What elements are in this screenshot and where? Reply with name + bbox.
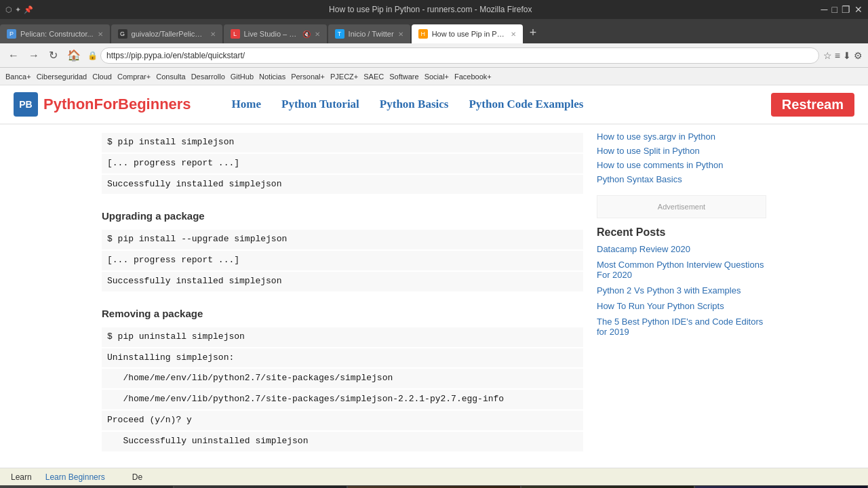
- code-upgrade-2: [... progress report ...]: [102, 251, 583, 270]
- settings-icon[interactable]: ⚙: [854, 50, 863, 61]
- menu-icon[interactable]: ≡: [835, 50, 840, 61]
- site-header: PB PythonForBeginners Home Python Tutori…: [0, 85, 868, 125]
- code-remove-1: $ pip uninstall simplejson: [102, 327, 583, 347]
- code-remove-2: Uninstalling simplejson:: [102, 348, 583, 368]
- logo-icon: PB: [14, 92, 38, 117]
- code-line-2: [... progress report ...]: [102, 154, 583, 174]
- website-content: PB PythonForBeginners Home Python Tutori…: [0, 85, 868, 468]
- bookmark-facebook[interactable]: Facebook+: [454, 73, 492, 81]
- video-bar: [0, 485, 868, 488]
- tab-pip[interactable]: H How to use Pip in Pyth... ✕: [412, 24, 523, 43]
- video-thumb-2: [174, 485, 347, 488]
- learn-link[interactable]: Learn Beginners: [45, 472, 105, 482]
- video-thumb-4: [521, 485, 694, 488]
- tab-github[interactable]: G guivaloz/TallerPelican... ✕: [111, 24, 222, 43]
- tab-label: guivaloz/TallerPelican...: [132, 30, 206, 38]
- tab-label: Inicio / Twitter: [349, 30, 394, 38]
- tab-close[interactable]: ✕: [210, 30, 216, 38]
- bookmark-banca[interactable]: Banca+: [5, 73, 31, 81]
- maximize-btn[interactable]: □: [832, 4, 837, 15]
- tab-close[interactable]: ✕: [511, 30, 516, 38]
- section-removing: Removing a package: [102, 308, 583, 319]
- bookmark-personal[interactable]: Personal+: [291, 73, 325, 81]
- bookmark-pjecz[interactable]: PJECZ+: [330, 73, 358, 81]
- tab-favicon: T: [335, 29, 344, 39]
- minimize-btn[interactable]: ─: [821, 4, 828, 15]
- site-name-highlight: For: [94, 96, 118, 113]
- bookmarks-icon[interactable]: ☆: [823, 50, 832, 61]
- bookmark-saec[interactable]: SAEC: [363, 73, 384, 81]
- site-name: PythonForBeginners: [43, 96, 191, 113]
- tab-pelican[interactable]: P Pelican: Constructor... ✕: [0, 24, 110, 43]
- recent-posts-title: Recent Posts: [597, 226, 766, 239]
- recent-link-ide[interactable]: The 5 Best Python IDE's and Code Editors…: [597, 317, 766, 337]
- back-button[interactable]: ←: [5, 48, 22, 63]
- tab-favicon: G: [118, 29, 127, 39]
- restore-btn[interactable]: ❐: [842, 4, 850, 15]
- home-button[interactable]: 🏠: [64, 47, 83, 63]
- url-input[interactable]: [100, 47, 819, 64]
- tab-close[interactable]: ✕: [398, 30, 403, 38]
- bookmark-comprar[interactable]: Comprar+: [117, 73, 151, 81]
- bookmark-software[interactable]: Software: [389, 73, 418, 81]
- site-nav: Home Python Tutorial Python Basics Pytho…: [232, 98, 584, 111]
- site-logo: PB PythonForBeginners: [14, 92, 191, 117]
- tab-twitter[interactable]: T Inicio / Twitter ✕: [328, 24, 410, 43]
- sidebar-link-split[interactable]: How to use Split in Python: [597, 146, 766, 156]
- nav-home[interactable]: Home: [232, 98, 261, 111]
- article: $ pip install simplejson [... progress r…: [102, 131, 583, 468]
- download-icon[interactable]: ⬇: [843, 50, 851, 61]
- title-bar: ⬡ ✦ 📌 How to use Pip in Python - runners…: [0, 0, 868, 19]
- bookmark-desarrollo[interactable]: Desarrollo: [191, 73, 225, 81]
- recent-link-run-scripts[interactable]: How To Run Your Python Scripts: [597, 301, 766, 311]
- recent-link-interview[interactable]: Most Common Python Interview Questions F…: [597, 260, 766, 280]
- tab-close[interactable]: ✕: [98, 30, 103, 38]
- bookmark-github[interactable]: GitHub: [231, 73, 254, 81]
- sidebar-link-argv[interactable]: How to use sys.argv in Python: [597, 131, 766, 142]
- section-upgrading: Upgrading a package: [102, 210, 583, 222]
- mute-icon[interactable]: 🔇: [302, 30, 311, 38]
- nav-icons: ☆ ≡ ⬇ ⚙: [823, 50, 863, 61]
- bookmark-consulta[interactable]: Consulta: [156, 73, 185, 81]
- bookmark-noticias[interactable]: Noticias: [259, 73, 285, 81]
- restream-badge: Restream: [771, 93, 854, 117]
- sidebar-link-syntax[interactable]: Python Syntax Basics: [597, 174, 766, 184]
- video-thumb-1: [0, 485, 174, 488]
- learn-text: Learn: [11, 472, 32, 482]
- sidebar-link-comments[interactable]: How to use comments in Python: [597, 160, 766, 170]
- forward-button[interactable]: →: [26, 48, 42, 63]
- nav-basics[interactable]: Python Basics: [380, 98, 449, 111]
- code-remove-4: /home/me/env/lib/python2.7/site-packages…: [102, 390, 583, 409]
- tab-label: Live Studio – Restr...: [244, 30, 298, 38]
- nav-tutorial[interactable]: Python Tutorial: [281, 98, 359, 111]
- tab-favicon: L: [231, 29, 240, 39]
- code-remove-3: /home/me/env/lib/python2.7/site-packages…: [102, 369, 583, 388]
- tab-livestudio[interactable]: L Live Studio – Restr... 🔇 ✕: [224, 24, 327, 43]
- bookmark-ciberseguridad[interactable]: Ciberseguridad: [37, 73, 87, 81]
- recent-posts: Datacamp Review 2020 Most Common Python …: [597, 244, 766, 337]
- ssl-icon: 🔒: [87, 51, 98, 60]
- site-name-end: Beginners: [118, 96, 191, 113]
- refresh-button[interactable]: ↻: [46, 47, 60, 63]
- code-remove-5: Proceed (y/n)? y: [102, 411, 583, 430]
- main-content: $ pip install simplejson [... progress r…: [88, 125, 780, 468]
- close-btn[interactable]: ✕: [854, 4, 863, 15]
- learn-sep: De: [132, 472, 142, 482]
- code-upgrade-1: $ pip install --upgrade simplejson: [102, 230, 583, 249]
- window-controls[interactable]: ─ □ ❐ ✕: [821, 4, 863, 15]
- bookmarks-bar: Banca+ Ciberseguridad Cloud Comprar+ Con…: [0, 68, 868, 85]
- new-tab-button[interactable]: +: [524, 26, 542, 40]
- code-line-3: Successfully installed simplejson: [102, 175, 583, 195]
- recent-link-datacamp[interactable]: Datacamp Review 2020: [597, 244, 766, 254]
- bookmark-social[interactable]: Social+: [425, 73, 449, 81]
- tab-label: How to use Pip in Pyth...: [432, 30, 507, 38]
- bookmark-cloud[interactable]: Cloud: [92, 73, 112, 81]
- recent-link-py2vspy3[interactable]: Python 2 Vs Python 3 with Examples: [597, 285, 766, 296]
- site-name-start: Python: [43, 96, 94, 113]
- code-line-1: $ pip install simplejson: [102, 133, 583, 152]
- tab-favicon: P: [7, 29, 16, 39]
- code-upgrade-3: Successfully installed simplejson: [102, 272, 583, 291]
- learn-bar: Learn Learn Beginners De: [0, 468, 868, 485]
- nav-examples[interactable]: Python Code Examples: [469, 98, 583, 111]
- tab-close[interactable]: ✕: [315, 30, 320, 38]
